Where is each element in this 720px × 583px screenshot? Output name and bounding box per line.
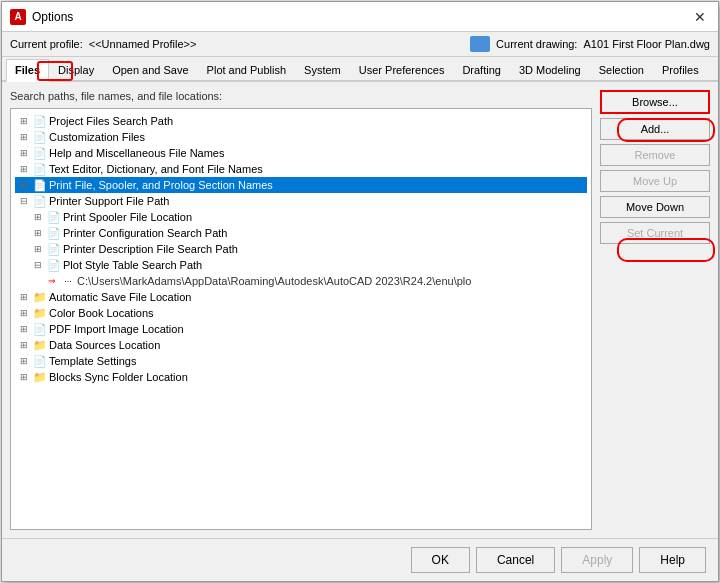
expander-auto-save: ⊞ <box>17 290 31 304</box>
help-button[interactable]: Help <box>639 547 706 573</box>
icon-pdf-import: 📄 <box>33 322 47 336</box>
icon-auto-save: 📁 <box>33 290 47 304</box>
move-up-button[interactable]: Move Up <box>600 170 710 192</box>
tabs-bar: Files Display Open and Save Plot and Pub… <box>2 57 718 82</box>
label-printer-desc: Printer Description File Search Path <box>63 243 238 255</box>
remove-button[interactable]: Remove <box>600 144 710 166</box>
expander-printer-support: ⊟ <box>17 194 31 208</box>
move-down-button[interactable]: Move Down <box>600 196 710 218</box>
cancel-button[interactable]: Cancel <box>476 547 555 573</box>
tree-item-plot-style[interactable]: ⊟ 📄 Plot Style Table Search Path <box>29 257 587 273</box>
icon-color-book: 📁 <box>33 306 47 320</box>
tree-item-help[interactable]: ⊞ 📄 Help and Miscellaneous File Names <box>15 145 587 161</box>
apply-button[interactable]: Apply <box>561 547 633 573</box>
expander-printer-desc: ⊞ <box>31 242 45 256</box>
label-customization: Customization Files <box>49 131 145 143</box>
tab-user-prefs[interactable]: User Preferences <box>350 59 454 80</box>
current-profile-value: <<Unnamed Profile>> <box>89 38 197 50</box>
current-profile-label: Current profile: <box>10 38 83 50</box>
expander-print-spooler: ⊞ <box>31 210 45 224</box>
tree-item-customization[interactable]: ⊞ 📄 Customization Files <box>15 129 587 145</box>
tree-item-auto-save[interactable]: ⊞ 📁 Automatic Save File Location <box>15 289 587 305</box>
add-button[interactable]: Add... <box>600 118 710 140</box>
expander-customization: ⊞ <box>17 130 31 144</box>
tab-selection[interactable]: Selection <box>590 59 653 80</box>
expander-project-files: ⊞ <box>17 114 31 128</box>
expander-text-editor: ⊞ <box>17 162 31 176</box>
tree-item-template[interactable]: ⊞ 📄 Template Settings <box>15 353 587 369</box>
label-data-sources: Data Sources Location <box>49 339 160 351</box>
expander-blocks-sync: ⊞ <box>17 370 31 384</box>
tab-drafting[interactable]: Drafting <box>453 59 510 80</box>
icon-plot-path: ··· <box>61 274 75 288</box>
icon-template: 📄 <box>33 354 47 368</box>
label-blocks-sync: Blocks Sync Folder Location <box>49 371 188 383</box>
expander-color-book: ⊞ <box>17 306 31 320</box>
icon-customization: 📄 <box>33 130 47 144</box>
icon-blocks-sync: 📁 <box>33 370 47 384</box>
left-panel: Search paths, file names, and file locat… <box>10 90 592 530</box>
icon-plot-style: 📄 <box>47 258 61 272</box>
current-drawing-label: Current drawing: <box>496 38 577 50</box>
expander-printer-config: ⊞ <box>31 226 45 240</box>
icon-text-editor: 📄 <box>33 162 47 176</box>
tree-container[interactable]: ⊞ 📄 Project Files Search Path ⊞ 📄 Custom… <box>10 108 592 530</box>
tab-plot-publish[interactable]: Plot and Publish <box>198 59 296 80</box>
label-print-spooler: Print Spooler File Location <box>63 211 192 223</box>
label-pdf-import: PDF Import Image Location <box>49 323 184 335</box>
ok-button[interactable]: OK <box>411 547 470 573</box>
expander-data-sources: ⊞ <box>17 338 31 352</box>
dialog-title: Options <box>32 10 73 24</box>
app-icon: A <box>10 9 26 25</box>
icon-printer-config: 📄 <box>47 226 61 240</box>
footer-bar: OK Cancel Apply Help <box>2 538 718 581</box>
label-project-files: Project Files Search Path <box>49 115 173 127</box>
tree-item-blocks-sync[interactable]: ⊞ 📁 Blocks Sync Folder Location <box>15 369 587 385</box>
tab-3d-modeling[interactable]: 3D Modeling <box>510 59 590 80</box>
title-bar: A Options ✕ <box>2 2 718 32</box>
tree-item-project-files[interactable]: ⊞ 📄 Project Files Search Path <box>15 113 587 129</box>
label-plot-style: Plot Style Table Search Path <box>63 259 202 271</box>
tree-item-print-file[interactable]: ⊞ 📄 Print File, Spooler, and Prolog Sect… <box>15 177 587 193</box>
tab-open-save[interactable]: Open and Save <box>103 59 197 80</box>
icon-project-files: 📄 <box>33 114 47 128</box>
tree-item-printer-desc[interactable]: ⊞ 📄 Printer Description File Search Path <box>29 241 587 257</box>
label-color-book: Color Book Locations <box>49 307 154 319</box>
profile-icon <box>470 36 490 52</box>
expander-print-file: ⊞ <box>17 178 31 192</box>
tab-system[interactable]: System <box>295 59 350 80</box>
close-button[interactable]: ✕ <box>690 7 710 27</box>
tree-item-pdf-import[interactable]: ⊞ 📄 PDF Import Image Location <box>15 321 587 337</box>
tree-item-color-book[interactable]: ⊞ 📁 Color Book Locations <box>15 305 587 321</box>
set-current-button[interactable]: Set Current <box>600 222 710 244</box>
icon-printer-desc: 📄 <box>47 242 61 256</box>
expander-template: ⊞ <box>17 354 31 368</box>
icon-printer-support: 📄 <box>33 194 47 208</box>
label-print-file: Print File, Spooler, and Prolog Section … <box>49 179 273 191</box>
panel-label: Search paths, file names, and file locat… <box>10 90 592 102</box>
tab-display[interactable]: Display <box>49 59 103 80</box>
profile-bar: Current profile: <<Unnamed Profile>> Cur… <box>2 32 718 57</box>
icon-data-sources: 📁 <box>33 338 47 352</box>
tree-item-printer-config[interactable]: ⊞ 📄 Printer Configuration Search Path <box>29 225 587 241</box>
tree-item-print-spooler[interactable]: ⊞ 📄 Print Spooler File Location <box>29 209 587 225</box>
label-text-editor: Text Editor, Dictionary, and Font File N… <box>49 163 263 175</box>
label-printer-support: Printer Support File Path <box>49 195 169 207</box>
tree-item-data-sources[interactable]: ⊞ 📁 Data Sources Location <box>15 337 587 353</box>
expander-plot-style: ⊟ <box>31 258 45 272</box>
label-plot-path: C:\Users\MarkAdams\AppData\Roaming\Autod… <box>77 275 471 287</box>
tab-profiles[interactable]: Profiles <box>653 59 708 80</box>
tree-item-plot-path[interactable]: ⇒ ··· C:\Users\MarkAdams\AppData\Roaming… <box>43 273 587 289</box>
label-template: Template Settings <box>49 355 136 367</box>
icon-help: 📄 <box>33 146 47 160</box>
tab-files[interactable]: Files <box>6 59 49 82</box>
icon-print-file: 📄 <box>33 178 47 192</box>
content-area: Search paths, file names, and file locat… <box>2 82 718 538</box>
label-printer-config: Printer Configuration Search Path <box>63 227 227 239</box>
browse-button[interactable]: Browse... <box>600 90 710 114</box>
label-help: Help and Miscellaneous File Names <box>49 147 224 159</box>
tree-item-printer-support[interactable]: ⊟ 📄 Printer Support File Path <box>15 193 587 209</box>
tree-item-text-editor[interactable]: ⊞ 📄 Text Editor, Dictionary, and Font Fi… <box>15 161 587 177</box>
expander-plot-path: ⇒ <box>45 274 59 288</box>
right-panel: Browse... Add... Remove Move Up Move Dow… <box>600 90 710 530</box>
